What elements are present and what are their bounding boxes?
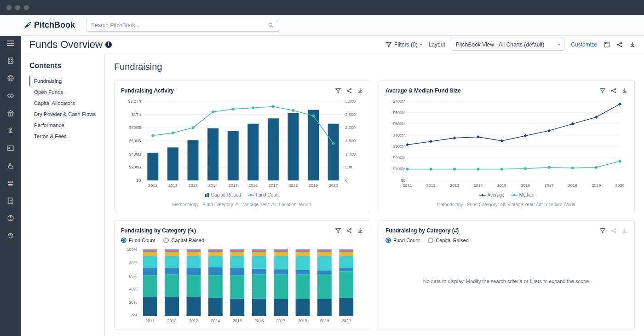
toc-item[interactable]: Fundraising <box>29 76 104 86</box>
view-select[interactable]: PitchBook View - All Charts (default) ▾ <box>452 39 565 51</box>
rail-globe-icon[interactable] <box>4 74 17 83</box>
svg-text:2015: 2015 <box>233 319 242 323</box>
rail-handshake-icon[interactable] <box>4 91 17 100</box>
svg-rect-219 <box>252 252 266 256</box>
share-icon[interactable] <box>616 41 623 48</box>
page-header: Funds Overview i Filters (0) ▾ Layout Pi… <box>21 36 644 53</box>
rail-user-icon[interactable] <box>4 214 17 223</box>
svg-rect-7 <box>11 59 12 60</box>
view-select-value: PitchBook View - All Charts (default) <box>456 41 545 48</box>
rail-building-icon[interactable] <box>4 56 17 65</box>
rail-menu-icon[interactable] <box>4 39 17 48</box>
window-min-dot[interactable] <box>15 5 20 10</box>
svg-rect-189 <box>187 275 201 297</box>
svg-rect-171 <box>143 275 157 297</box>
filter-icon[interactable] <box>335 227 341 234</box>
svg-line-109 <box>613 91 615 92</box>
save-icon[interactable] <box>604 41 610 48</box>
chevron-down-icon: ▾ <box>420 42 422 47</box>
radio-fund-count[interactable]: Fund Count <box>385 238 420 243</box>
filters-button[interactable]: Filters (0) ▾ <box>385 41 422 48</box>
radio-capital-raised[interactable]: Capital Raised <box>428 238 469 243</box>
rail-people-icon[interactable] <box>4 179 17 188</box>
svg-point-262 <box>615 232 616 233</box>
svg-rect-200 <box>208 256 223 267</box>
svg-point-0 <box>269 23 272 26</box>
window-close-dot[interactable] <box>6 5 12 10</box>
share-icon[interactable] <box>346 87 352 94</box>
legend-average: Average <box>479 192 505 197</box>
filter-icon[interactable] <box>599 227 606 234</box>
chart-fundraising-activity: $0$200B$400B$600B$800B$1Tn$1.2Tn05001,00… <box>121 98 363 190</box>
svg-rect-240 <box>296 249 310 250</box>
svg-point-152 <box>350 228 352 230</box>
info-icon[interactable]: i <box>105 41 112 48</box>
download-icon[interactable] <box>357 227 363 234</box>
svg-rect-255 <box>339 252 353 256</box>
svg-point-31 <box>10 216 12 218</box>
svg-rect-191 <box>187 256 201 268</box>
svg-rect-186 <box>165 249 179 250</box>
rail-card-icon[interactable] <box>4 144 17 153</box>
share-icon[interactable] <box>610 87 617 94</box>
svg-rect-172 <box>143 268 157 275</box>
rail-history-icon[interactable] <box>4 231 17 240</box>
search-input[interactable]: Search PitchBook... <box>86 19 279 32</box>
share-icon[interactable] <box>346 227 352 234</box>
download-icon[interactable] <box>629 41 636 48</box>
filter-icon[interactable] <box>335 87 341 94</box>
svg-text:2019: 2019 <box>309 183 318 188</box>
brand-logo[interactable]: PitchBook <box>24 20 75 30</box>
svg-text:2013: 2013 <box>450 183 459 188</box>
radio-fund-count[interactable]: Fund Count <box>121 238 155 243</box>
chart-category-pct: 0%20%40%60%80%100%2011201220132014201520… <box>121 247 363 325</box>
rail-bank-icon[interactable] <box>4 109 17 118</box>
svg-rect-243 <box>317 274 332 299</box>
svg-line-108 <box>613 89 615 90</box>
toc-item[interactable]: Terms & Fees <box>29 132 104 141</box>
svg-point-150 <box>513 194 515 196</box>
svg-rect-202 <box>208 251 223 252</box>
svg-rect-73 <box>167 147 178 180</box>
svg-rect-192 <box>187 252 201 256</box>
customize-link[interactable]: Customize <box>571 41 597 48</box>
svg-rect-174 <box>143 252 157 256</box>
window-max-dot[interactable] <box>24 5 29 10</box>
svg-rect-235 <box>296 270 310 275</box>
toc-item[interactable]: Capital Allocators <box>29 98 104 108</box>
rail-hand-icon[interactable] <box>4 161 17 170</box>
svg-rect-245 <box>317 256 332 271</box>
topbar: PitchBook Search PitchBook... <box>0 15 644 36</box>
svg-text:2016: 2016 <box>254 319 264 323</box>
svg-rect-236 <box>296 256 310 270</box>
svg-rect-183 <box>165 252 179 256</box>
svg-text:2012: 2012 <box>168 183 178 188</box>
svg-rect-226 <box>274 269 288 275</box>
svg-point-45 <box>350 92 352 93</box>
svg-rect-101 <box>205 194 207 197</box>
svg-rect-34 <box>604 42 610 47</box>
svg-rect-6 <box>9 59 10 60</box>
svg-point-261 <box>615 228 616 230</box>
svg-text:$500M: $500M <box>393 122 406 126</box>
svg-text:1,500: 1,500 <box>345 139 356 143</box>
toc-item[interactable]: Dry Powder & Cash Flows <box>29 110 104 119</box>
card-fundraising-activity: Fundraising Activity $0$200B$400B$600B$8… <box>114 81 370 212</box>
svg-text:2016: 2016 <box>248 183 258 188</box>
toc-item[interactable]: Open Funds <box>29 87 104 97</box>
svg-rect-89 <box>328 124 339 180</box>
svg-rect-227 <box>274 256 288 269</box>
download-icon[interactable] <box>357 87 363 94</box>
toc-item[interactable]: Performance <box>29 121 104 130</box>
download-icon[interactable] <box>621 87 628 94</box>
legend-median: Median <box>511 192 535 197</box>
rail-branch-icon[interactable] <box>4 126 17 135</box>
svg-rect-213 <box>230 249 244 250</box>
svg-point-23 <box>8 147 10 149</box>
svg-point-17 <box>10 128 12 130</box>
svg-line-46 <box>348 89 350 90</box>
filter-icon[interactable] <box>599 87 606 94</box>
radio-capital-raised[interactable]: Capital Raised <box>163 238 204 243</box>
rail-document-icon[interactable] <box>4 196 17 205</box>
svg-line-264 <box>613 231 615 232</box>
